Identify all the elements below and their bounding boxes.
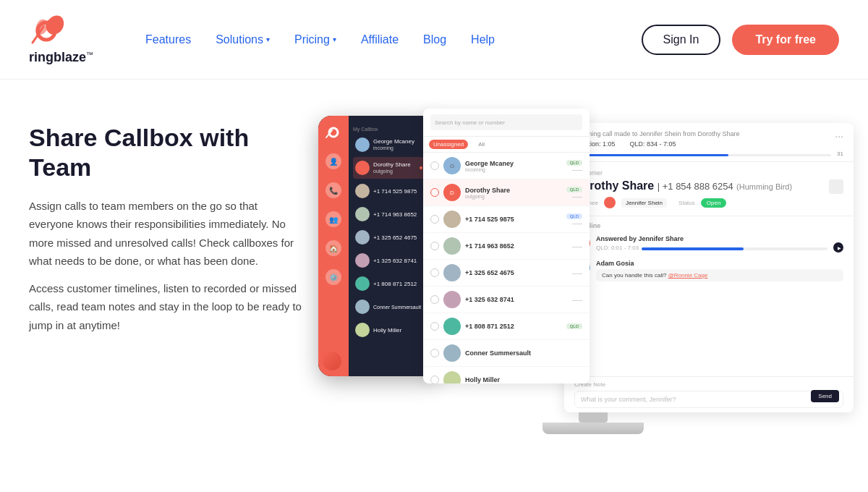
list-item[interactable]: +1 714 963 8652 —— [423,233,590,260]
play-button[interactable]: ▶ [833,242,843,253]
nav-blog[interactable]: Blog [414,27,455,52]
call-item-name: George Mcaney [465,160,566,167]
call-avatar [443,371,461,383]
call-item-name: +1 325 632 8741 [465,296,572,303]
call-item-name: +1 714 963 8652 [465,242,572,250]
phone-section-label: My Callbox [353,127,433,132]
call-status-circle [430,268,439,277]
call-avatar [443,264,461,281]
nav-features[interactable]: Features [137,27,200,52]
call-badge: QLD [566,323,582,329]
mention-link[interactable]: @Ronnie Cage [668,272,708,279]
progress-label: 31 [837,150,843,157]
timeline-item: Answered by Jennifer Share QLD: 0:01 - 7… [574,235,843,253]
call-time: —— [572,194,582,199]
call-item-info: +1 808 871 2512 [465,323,566,330]
main-nav: Features Solutions ▾ Pricing ▾ Affiliate… [137,27,642,52]
send-button[interactable]: Send [811,390,839,402]
call-item-right: —— [572,244,582,249]
nav-affiliate[interactable]: Affiliate [352,27,407,52]
customer-action-icon[interactable] [829,179,843,194]
call-item-right: QLD —— [566,187,582,199]
timeline-content: Adam Gosia Can you handle this call? @Ro… [596,260,843,281]
call-status-circle [430,322,439,331]
list-item[interactable]: +1 325 652 4675 —— [423,260,590,287]
list-item[interactable]: +1 808 871 2512 QLD [423,313,590,340]
tab-unassigned[interactable]: Unassigned [429,140,468,149]
comment-section: Create Note What is your comment, Jennif… [564,376,854,412]
call-status-circle [430,349,439,357]
call-item-info: Dorothy Share outgoing [465,187,566,199]
call-time: —— [572,297,582,302]
customer-phone: | +1 854 888 6254 [658,181,733,192]
detail-panel: ··· Incoming call made to Jennifer Shein… [564,123,854,412]
illustration-area: 👤 📞 👥 🏠 ⚙️ My Callbox [318,109,839,427]
timeline-section: Timeline Answered by Jennifer Share QLD:… [564,216,854,294]
list-item[interactable]: Conner Summersault [423,340,590,367]
status-label: Status [678,200,695,206]
call-list-header: Search by name or number [423,109,590,137]
call-progress-fill [574,154,728,156]
call-item-name: +1 714 525 9875 [465,216,566,223]
list-item: +1 325 652 4675 [353,226,433,248]
call-status-circle [430,215,439,224]
call-badge: QLD [566,187,582,192]
list-item: Holly Miller [353,319,433,341]
call-status-circle [430,188,439,197]
sidebar-callbox-icon[interactable]: 📞 [326,182,341,198]
call-item-info: +1 325 632 8741 [465,296,572,303]
sidebar-settings-icon[interactable]: ⚙️ [326,269,341,285]
timeline-label: Timeline [574,222,843,229]
call-item-right: QLD —— [566,213,582,226]
sign-in-button[interactable]: Sign In [642,25,721,55]
nav-pricing[interactable]: Pricing ▾ [286,27,345,52]
call-status-circle [430,295,439,304]
solutions-chevron-icon: ▾ [266,35,270,43]
call-avatar [443,344,461,362]
list-item: +1 714 525 9875 [353,180,433,202]
list-item[interactable]: D Dorothy Share outgoing QLD —— [423,179,590,206]
search-placeholder: Search by name or number [435,119,505,126]
hero-text-area: Share Callbox with Team Assign calls to … [29,109,304,334]
recording-progress-bar [642,247,827,250]
call-item-info: Holly Miller [465,376,582,383]
call-status-circle [430,376,439,383]
customer-section: Customer Dorothy Share | +1 854 888 6254… [564,162,854,216]
call-avatar [443,237,461,255]
call-list-search[interactable]: Search by name or number [430,114,582,130]
stand-base [542,423,644,434]
call-time: —— [572,167,582,172]
list-item[interactable]: +1 325 632 8741 —— [423,287,590,313]
customer-name: Dorothy Share | +1 854 888 6254 (Humming… [574,179,792,192]
list-item: +1 808 871 2512 [353,273,433,294]
call-time: —— [572,244,582,249]
phone-mockup: 👤 📞 👥 🏠 ⚙️ My Callbox [318,116,438,376]
main-content: Share Callbox with Team Assign calls to … [0,80,868,492]
call-list-tabs: Unassigned All [423,137,590,153]
sidebar-my-customers-icon[interactable]: 👥 [326,211,341,227]
sidebar-customers-icon[interactable]: 👤 [326,153,341,169]
tab-all[interactable]: All [474,140,489,149]
nav-help[interactable]: Help [462,27,503,52]
comment-input[interactable]: What is your comment, Jennifer? [574,391,843,408]
call-progress-bar [574,154,831,156]
list-item: +1 714 963 8652 [353,203,433,225]
call-time: —— [572,271,582,276]
nav-solutions[interactable]: Solutions ▾ [207,27,278,52]
pricing-chevron-icon: ▾ [333,35,336,43]
detail-more-icon[interactable]: ··· [835,130,843,142]
call-status-circle [430,242,439,250]
try-for-free-button[interactable]: Try for free [732,25,839,55]
list-item: +1 325 632 8741 [353,250,433,271]
list-item[interactable]: Holly Miller [423,367,590,383]
call-item-info: George Mcaney incoming [465,160,566,172]
list-item[interactable]: G George Mcaney incoming QLD —— [423,153,590,179]
assignee-avatar [604,197,616,208]
sidebar-team-icon[interactable]: 🏠 [326,240,341,256]
header-actions: Sign In Try for free [642,25,839,55]
timeline-item: Adam Gosia Can you handle this call? @Ro… [574,260,843,281]
logo-area[interactable]: ringblaze™ [29,14,93,65]
list-item[interactable]: +1 714 525 9875 QLD —— [423,206,590,233]
call-item-info: +1 714 963 8652 [465,242,572,250]
hero-description-1: Assign calls to team members on the go s… [29,197,304,271]
